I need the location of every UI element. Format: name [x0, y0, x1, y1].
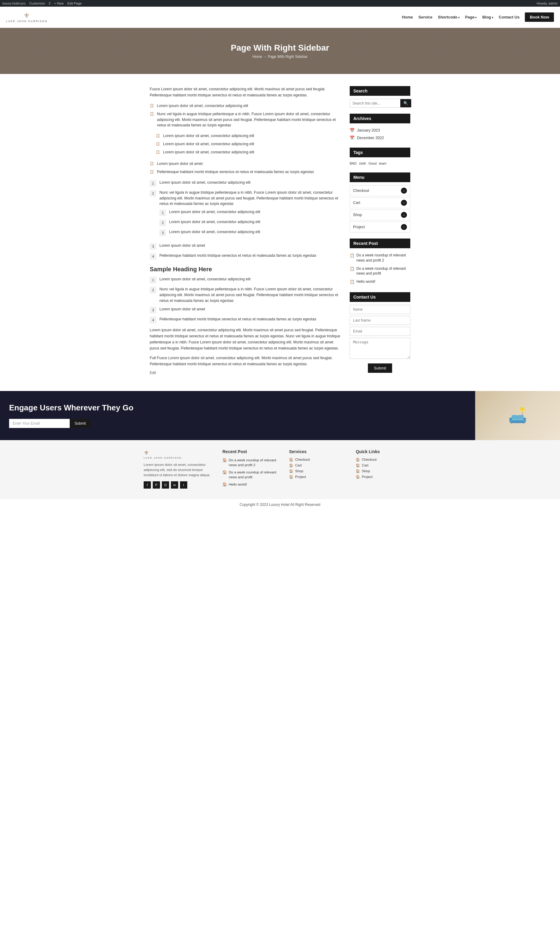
- social-facebook[interactable]: f: [144, 481, 151, 489]
- menu-item[interactable]: Checkout ›: [350, 185, 410, 196]
- list-item: Lorem ipsum dolor sit amet: [150, 160, 341, 168]
- nav-shortcode-dropdown[interactable]: Shortcode: [438, 15, 460, 19]
- nav-service[interactable]: Service: [418, 15, 432, 19]
- archive-list: 📅 January 2023 📅 December 2022: [350, 126, 410, 142]
- tag-good[interactable]: Good: [368, 161, 377, 165]
- search-button[interactable]: 🔍: [400, 99, 411, 107]
- footer-post-item[interactable]: 🏠 Do a week roundup of relevant news and…: [222, 458, 283, 468]
- social-linkedin[interactable]: in: [171, 481, 178, 489]
- footer-about-text: Lorem ipsum dolor sit amet, consectetur …: [144, 462, 216, 478]
- item-number: 2: [159, 220, 166, 226]
- recent-post-list: 📋 Do a week roundup of relevant news and…: [350, 251, 410, 286]
- menu-item-cart[interactable]: Cart ›: [350, 197, 410, 208]
- admin-bar-comments[interactable]: 3: [48, 2, 50, 5]
- menu-item-checkout[interactable]: Checkout ›: [350, 185, 410, 196]
- menu-item[interactable]: Cart ›: [350, 197, 410, 208]
- list-item: Lorem ipsum dolor sit amet, consectetur …: [150, 102, 341, 110]
- footer-post-item[interactable]: 🏠 Hello world!: [222, 482, 283, 487]
- link-icon: 🏠: [289, 458, 293, 461]
- menu-item-project[interactable]: Project ›: [350, 221, 410, 232]
- arrow-icon: ›: [401, 224, 407, 230]
- post-label: Do a week roundup of relevant news and p…: [229, 470, 283, 480]
- item-text: Nunc vel ligula in augue tristique pelle…: [159, 286, 341, 303]
- site-footer: ⚜ LUKE JOHN HARRISON Lorem ipsum dolor s…: [0, 440, 560, 498]
- archives-widget: Archives 📅 January 2023 📅 December 2022: [350, 114, 410, 142]
- archive-item[interactable]: 📅 December 2022: [350, 134, 410, 142]
- message-field[interactable]: [350, 338, 410, 359]
- ordered-list-item: 1 Lorem ipsum dolor sit amet, consectetu…: [150, 277, 341, 283]
- contact-submit-button[interactable]: Submit: [368, 363, 392, 373]
- recent-post-item[interactable]: 📋 Hello world!: [350, 278, 410, 286]
- nav-page[interactable]: Page: [465, 15, 477, 19]
- site-header: ⚜ LUKE JOHN HARRISON Home Service Shortc…: [0, 7, 560, 28]
- copyright-text: Copyright © 2023 Luxury Hotel All Right …: [240, 503, 320, 507]
- menu-item[interactable]: Project ›: [350, 221, 410, 232]
- footer-social: f P O in t: [144, 481, 216, 489]
- site-logo[interactable]: ⚜ LUKE JOHN HARRISON: [6, 12, 48, 23]
- logo-icon: ⚜: [24, 12, 30, 20]
- tag-bad[interactable]: BAD: [350, 161, 357, 165]
- nav-page-dropdown[interactable]: Page: [465, 15, 477, 19]
- quick-link-item[interactable]: 🏠 Checkout: [356, 458, 416, 461]
- nested-list: Lorem ipsum dolor sit amet, consectetur …: [156, 132, 341, 156]
- name-field[interactable]: [350, 305, 410, 314]
- admin-bar-edit-page[interactable]: Edit Page: [67, 2, 82, 5]
- ordered-list-item: 4 Pellentesque habitant morbi tristique …: [150, 317, 341, 323]
- ordered-list-item: 2 Nunc vel ligula in augue tristique pel…: [150, 190, 341, 240]
- quick-link-item[interactable]: 🏠 Project: [356, 475, 416, 479]
- recent-post-item[interactable]: 📋 Do a week roundup of relevant news and…: [350, 265, 410, 278]
- item-text: Lorem ipsum dolor sit amet: [159, 243, 205, 250]
- admin-bar-site[interactable]: luxury-hotel-pro: [2, 2, 25, 5]
- social-instagram[interactable]: O: [162, 481, 169, 489]
- quick-link-item[interactable]: 🏠 Shop: [356, 469, 416, 473]
- list-item: Pellentesque habitant morbi tristique se…: [150, 168, 341, 176]
- tag-cloth[interactable]: cloth: [359, 161, 366, 165]
- search-widget-title: Search: [350, 86, 410, 96]
- item-text: Pellentesque habitant morbi tristique se…: [159, 317, 316, 323]
- cta-submit-button[interactable]: Submit: [70, 419, 91, 428]
- list-item: Lorem ipsum dolor sit amet, consectetur …: [156, 132, 341, 140]
- nav-blog[interactable]: Blog: [482, 15, 493, 19]
- recent-post-item[interactable]: 📋 Do a week roundup of relevant news and…: [350, 251, 410, 265]
- social-pinterest[interactable]: P: [153, 481, 160, 489]
- menu-widget-title: Menu: [350, 172, 410, 182]
- book-now-button[interactable]: Book Now: [525, 12, 554, 22]
- item-number: 1: [159, 209, 166, 216]
- menu-item-shop[interactable]: Shop ›: [350, 209, 410, 220]
- footer-services-col: Services 🏠 Checkout 🏠 Cart 🏠 Shop 🏠 Proj…: [289, 449, 350, 489]
- service-item[interactable]: 🏠 Project: [289, 475, 350, 479]
- nav-home[interactable]: Home: [402, 15, 413, 19]
- arrow-icon: ›: [401, 200, 407, 206]
- post-label: Do a week roundup of relevant news and p…: [356, 266, 410, 277]
- menu-list: Checkout › Cart › Shop ›: [350, 185, 410, 232]
- email-field[interactable]: [350, 327, 410, 336]
- link-icon: 🏠: [289, 463, 293, 468]
- inner-ordered-list: 1 Lorem ipsum dolor sit amet, consectetu…: [159, 209, 341, 236]
- service-item[interactable]: 🏠 Cart: [289, 463, 350, 468]
- menu-item[interactable]: Shop ›: [350, 209, 410, 220]
- nav-shortcode[interactable]: Shortcode: [438, 15, 460, 19]
- edit-link[interactable]: Edit: [150, 371, 341, 375]
- quick-link-item[interactable]: 🏠 Cart: [356, 463, 416, 468]
- site-nav: Home Service Shortcode Page Blog Contact…: [402, 12, 554, 22]
- item-content: Nunc vel ligula in augue tristique pelle…: [159, 190, 341, 240]
- footer-quick-links-list: 🏠 Checkout 🏠 Cart 🏠 Shop 🏠 Project: [356, 458, 416, 479]
- social-twitter[interactable]: t: [180, 481, 187, 489]
- search-input[interactable]: [350, 99, 400, 107]
- footer-post-item[interactable]: 🏠 Do a week roundup of relevant news and…: [222, 470, 283, 480]
- service-item[interactable]: 🏠 Shop: [289, 469, 350, 473]
- last-name-field[interactable]: [350, 316, 410, 325]
- admin-bar-customize[interactable]: Customize: [29, 2, 45, 5]
- cta-email-wrap: Submit: [9, 419, 466, 428]
- tag-team[interactable]: team: [379, 161, 386, 165]
- ordered-list-2: 1 Lorem ipsum dolor sit amet, consectetu…: [150, 277, 341, 323]
- footer-recent-post-title: Recent Post: [222, 449, 283, 454]
- breadcrumb: Home → Page With Right Sidebar: [252, 55, 308, 59]
- cta-email-input[interactable]: [9, 419, 70, 428]
- item-number: 2: [150, 287, 156, 294]
- archive-item[interactable]: 📅 January 2023: [350, 126, 410, 134]
- nav-blog-dropdown[interactable]: Blog: [482, 15, 493, 19]
- admin-bar-new[interactable]: + New: [54, 2, 64, 5]
- service-item[interactable]: 🏠 Checkout: [289, 458, 350, 461]
- nav-contact[interactable]: Contact Us: [499, 15, 520, 19]
